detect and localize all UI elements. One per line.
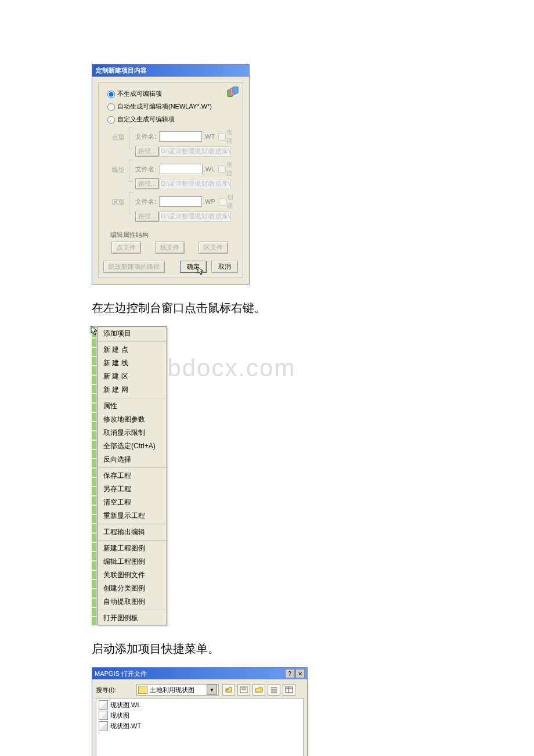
point-create-chk[interactable] <box>218 133 226 141</box>
line-create-chk[interactable] <box>218 165 226 173</box>
ctx-modify-map-params[interactable]: 修改地图参数 <box>98 413 167 426</box>
ctx-edit-legend[interactable]: 编辑工程图例 <box>98 555 167 568</box>
desktop-icon[interactable] <box>237 684 250 696</box>
line-path-input[interactable]: D:\孟津整理规划\数据库\ <box>159 179 231 189</box>
file-name: 现状图.WL <box>110 701 141 710</box>
create-label: 创建 <box>226 160 238 178</box>
file-list[interactable]: 现状图.WL 现状图 现状图.WT <box>96 698 304 756</box>
cursor-icon <box>197 267 204 276</box>
ctx-new-line[interactable]: 新 建 线 <box>98 357 167 370</box>
ctx-cancel-display-limit[interactable]: 取消显示限制 <box>98 426 167 440</box>
ctx-new-point[interactable]: 新 建 点 <box>98 343 167 357</box>
svg-point-4 <box>260 687 262 689</box>
point-file-button[interactable]: 点文件 <box>111 242 141 254</box>
file-name: 现状图.WT <box>110 722 141 730</box>
region-create-chk[interactable] <box>219 198 226 206</box>
radio-custom-label: 自定义生成可编辑项 <box>117 115 175 124</box>
point-type-block: 点型 文件名: .WT 创建 <box>108 127 238 157</box>
new-folder-icon[interactable] <box>252 684 265 696</box>
file-icon <box>99 721 108 730</box>
ctx-auto-extract-legend[interactable]: 自动提取图例 <box>98 595 167 609</box>
folder-name: 土地利用现状图 <box>150 686 194 694</box>
radio-no-edit[interactable]: 不生成可编辑项 <box>104 89 238 98</box>
bracket-icon <box>129 127 133 149</box>
ctx-invert-select[interactable]: 反向选择 <box>98 453 167 466</box>
bracket-icon <box>129 192 133 214</box>
file-item[interactable]: 现状图 <box>98 710 302 721</box>
line-type-block: 线型 文件名: .WL 创建 <box>108 160 238 190</box>
region-create-checkbox[interactable]: 创建 <box>217 193 238 210</box>
list-view-icon[interactable] <box>268 684 280 696</box>
cancel-button[interactable]: 取消 <box>211 261 238 273</box>
customize-new-project-dialog: 定制新建项目内容 不生成可编辑项 自动生成可编辑项(NEWLAY*.W*) 自定… <box>92 64 250 285</box>
unify-path-button[interactable]: 统改新建项的路径 <box>103 261 165 273</box>
folder-dropdown[interactable]: 土地利用现状图 ▼ <box>136 684 219 696</box>
line-filename-input[interactable] <box>160 164 203 174</box>
ctx-redisplay-project[interactable]: 重新显示工程 <box>98 509 167 523</box>
context-menu: 添加项目 新 建 点 新 建 线 新 建 区 新 建 网 属性 修改地图参数 取… <box>92 326 167 625</box>
detail-view-icon[interactable] <box>283 684 295 696</box>
search-label: 搜寻(I): <box>96 686 136 694</box>
line-file-button[interactable]: 线文件 <box>155 242 185 254</box>
radio-custom-input[interactable] <box>107 116 115 124</box>
chevron-down-icon[interactable]: ▼ <box>207 685 217 695</box>
radio-no-edit-label: 不生成可编辑项 <box>117 89 162 98</box>
file-icon <box>99 700 108 710</box>
ctx-properties[interactable]: 属性 <box>98 399 167 413</box>
ctx-select-all[interactable]: 全部选定(Ctrl+A) <box>98 440 167 453</box>
folder-icon <box>138 686 147 694</box>
ctx-new-region[interactable]: 新 建 区 <box>98 370 167 383</box>
region-filename-input[interactable] <box>159 196 202 207</box>
ctx-save-project[interactable]: 保存工程 <box>98 469 167 483</box>
help-button[interactable]: ? <box>285 669 294 678</box>
separator <box>98 610 167 610</box>
up-folder-icon[interactable] <box>222 684 235 696</box>
cards-icon <box>226 87 239 98</box>
close-button[interactable]: ✕ <box>295 669 305 678</box>
paragraph-2: 启动添加项目快捷菜单。 <box>92 639 442 658</box>
radio-auto-edit[interactable]: 自动生成可编辑项(NEWLAY*.W*) <box>104 102 238 111</box>
region-path-input[interactable]: D:\孟津整理规划\数据库\ <box>159 211 231 222</box>
context-menu-stripe <box>92 326 97 625</box>
cursor-icon <box>91 325 99 336</box>
line-type-label: 线型 <box>108 160 129 174</box>
ctx-saveas-project[interactable]: 另存工程 <box>98 483 167 496</box>
create-label: 创建 <box>226 128 238 145</box>
radio-no-edit-input[interactable] <box>107 91 115 98</box>
radio-auto-input[interactable] <box>107 103 115 111</box>
file-name: 现状图 <box>110 711 129 720</box>
file-item[interactable]: 现状图.WT <box>98 721 302 731</box>
ctx-create-class-legend[interactable]: 创建分类图例 <box>98 582 167 595</box>
line-create-checkbox[interactable]: 创建 <box>216 160 238 178</box>
region-path-button[interactable]: 路径... <box>135 211 159 222</box>
separator <box>98 540 167 541</box>
region-file-button[interactable]: 区文件 <box>199 242 228 254</box>
separator <box>98 341 167 342</box>
svg-rect-2 <box>233 87 238 93</box>
file-item[interactable]: 现状图.WL <box>98 700 302 710</box>
svg-rect-5 <box>286 687 293 693</box>
radio-custom-edit[interactable]: 自定义生成可编辑项 <box>104 114 238 124</box>
ctx-new-legend[interactable]: 新建工程图例 <box>98 542 167 555</box>
filename-label: 文件名: <box>135 165 160 174</box>
ctx-project-output-edit[interactable]: 工程输出编辑 <box>98 525 167 539</box>
point-path-input[interactable]: D:\孟津整理规划\数据库\ <box>159 146 231 157</box>
point-create-checkbox[interactable]: 创建 <box>216 128 238 145</box>
paragraph-1: 在左边控制台窗口点击鼠标右键。 <box>92 298 442 317</box>
radio-auto-label: 自动生成可编辑项(NEWLAY*.W*) <box>117 102 212 111</box>
ctx-new-net[interactable]: 新 建 网 <box>98 383 167 397</box>
separator <box>98 398 167 398</box>
ctx-link-legend[interactable]: 关联图例文件 <box>98 568 167 582</box>
edit-attr-title: 编辑属性结构 <box>110 231 236 239</box>
bracket-icon <box>129 160 133 182</box>
ctx-add-item[interactable]: 添加项目 <box>98 327 167 340</box>
separator <box>98 524 167 524</box>
line-path-button[interactable]: 路径... <box>135 178 159 189</box>
ctx-open-legend-panel[interactable]: 打开图例板 <box>98 611 167 625</box>
point-path-button[interactable]: 路径... <box>135 146 159 157</box>
ctx-clear-project[interactable]: 清空工程 <box>98 496 167 509</box>
filename-label: 文件名: <box>135 132 159 141</box>
point-type-label: 点型 <box>108 127 129 142</box>
point-filename-input[interactable] <box>159 131 202 142</box>
ext-wl: .WL <box>204 165 215 172</box>
